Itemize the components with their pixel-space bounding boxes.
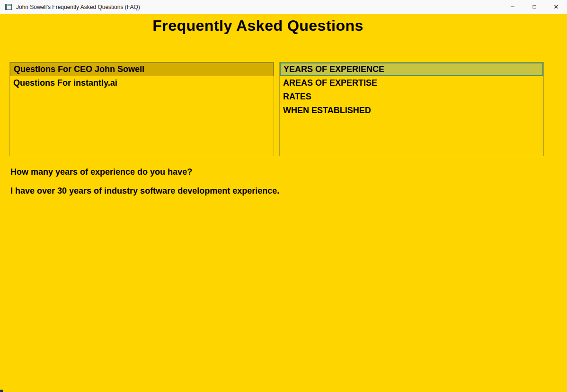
app-window: { "window": { "title": "John Sowell's Fr… [0,0,567,392]
minimize-button[interactable]: − [502,0,523,14]
page-title: Frequently Asked Questions [0,17,516,35]
topics-item-ceo-john-sowell[interactable]: Questions For CEO John Sowell [10,62,274,76]
maximize-button[interactable]: □ [523,0,545,14]
questions-item-years-of-experience[interactable]: YEARS OF EXPERIENCE [280,62,543,76]
question-text: How many years of experience do you have… [10,167,192,177]
answer-text: I have over 30 years of industry softwar… [10,186,279,196]
app-form-icon [5,3,12,10]
questions-item-rates[interactable]: RATES [280,90,543,104]
corner-artifact [0,390,3,392]
topics-listbox: Questions For CEO John Sowell Questions … [9,62,274,156]
minimize-icon: − [511,2,515,10]
close-button[interactable]: ✕ [545,0,567,14]
window-title: John Sowell's Frequently Asked Questions… [16,4,140,10]
topics-item-instantly-ai[interactable]: Questions For instantly.ai [10,76,274,90]
maximize-icon: □ [532,3,536,10]
questions-item-when-established[interactable]: WHEN ESTABLISHED [280,104,543,117]
close-icon: ✕ [554,3,559,10]
questions-listbox: YEARS OF EXPERIENCE AREAS OF EXPERTISE R… [279,62,544,156]
window-controls: − □ ✕ [502,0,567,14]
title-bar[interactable]: John Sowell's Frequently Asked Questions… [0,0,567,14]
questions-item-areas-of-expertise[interactable]: AREAS OF EXPERTISE [280,76,543,90]
